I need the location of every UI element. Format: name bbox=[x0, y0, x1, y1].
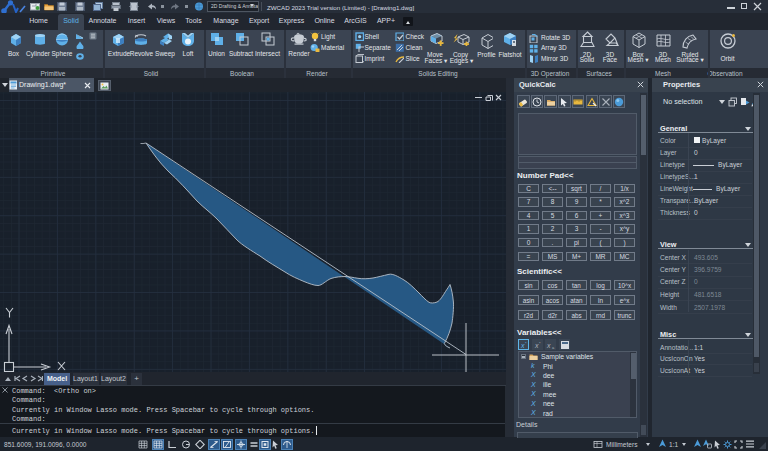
svg-text:*: * bbox=[539, 341, 541, 346]
svg-text:x: x bbox=[546, 342, 551, 349]
svg-text:*: * bbox=[525, 341, 527, 346]
svg-text:a: a bbox=[552, 345, 555, 350]
